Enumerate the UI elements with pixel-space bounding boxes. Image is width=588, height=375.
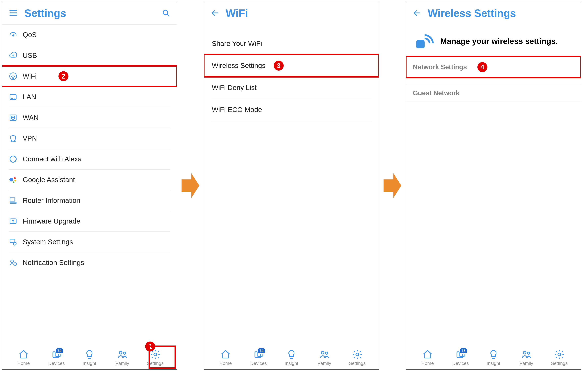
nav-label: Family — [116, 361, 129, 366]
svg-rect-47 — [416, 40, 425, 48]
callout-4: 4 — [477, 62, 487, 72]
row-wan[interactable]: WAN — [2, 107, 177, 128]
svg-point-37 — [154, 353, 157, 356]
nav-label: Settings — [147, 361, 164, 366]
nav-label: Devices — [452, 361, 469, 366]
back-arrow-icon[interactable] — [413, 9, 421, 18]
nav-devices[interactable]: 74 Devices — [44, 349, 69, 366]
wan-icon — [9, 113, 17, 122]
row-qos[interactable]: QoS — [2, 24, 177, 45]
svg-marker-38 — [181, 173, 199, 198]
nav-home[interactable]: Home — [415, 349, 440, 366]
section-guest-network[interactable]: Guest Network — [406, 84, 581, 102]
row-label: WiFi — [23, 72, 37, 80]
nav-insight[interactable]: Insight — [481, 349, 506, 366]
hero-text: Manage your wireless settings. — [440, 36, 558, 46]
row-label: WiFi Deny List — [212, 84, 257, 92]
svg-point-36 — [123, 352, 126, 354]
row-label: Router Information — [23, 196, 80, 204]
row-wifi-eco-mode[interactable]: WiFi ECO Mode — [204, 99, 379, 121]
wifi-screen: WiFi Share Your WiFi Wireless Settings 3… — [204, 2, 379, 370]
row-system-settings[interactable]: System Settings — [2, 232, 177, 252]
svg-point-43 — [326, 352, 327, 354]
nav-label: Home — [421, 361, 434, 366]
nav-settings[interactable]: Settings — [345, 349, 370, 366]
vpn-shield-icon — [9, 134, 17, 143]
back-arrow-icon[interactable] — [211, 9, 219, 18]
nav-label: Devices — [250, 361, 267, 366]
flow-arrow-1 — [180, 2, 200, 370]
row-vpn[interactable]: VPN — [2, 128, 177, 149]
row-wireless-settings[interactable]: Wireless Settings 3 — [204, 55, 379, 76]
row-label: VPN — [23, 134, 37, 142]
row-share-wifi[interactable]: Share Your WiFi — [204, 33, 379, 54]
nav-family[interactable]: Family — [312, 349, 337, 366]
nav-devices[interactable]: 74 Devices — [246, 349, 271, 366]
header: Wireless Settings — [406, 2, 581, 24]
system-settings-icon — [9, 238, 17, 246]
row-label: LAN — [23, 93, 36, 101]
flow-arrow-2 — [382, 2, 402, 370]
hamburger-icon[interactable] — [9, 9, 18, 18]
nav-label: Insight — [487, 361, 500, 366]
row-lan[interactable]: LAN — [2, 87, 177, 107]
alexa-icon — [9, 155, 17, 163]
router-info-icon — [9, 196, 17, 205]
row-label: Google Assistant — [23, 176, 75, 184]
wireless-settings-screen: Wireless Settings Manage your wireless s… — [406, 2, 581, 370]
section-label-text: Network Settings — [413, 63, 467, 71]
nav-home[interactable]: Home — [213, 349, 238, 366]
gauge-icon — [9, 31, 17, 39]
row-wifi-deny-list[interactable]: WiFi Deny List — [204, 77, 379, 99]
nav-family[interactable]: Family — [514, 349, 539, 366]
section-network-settings[interactable]: Network Settings 4 — [406, 58, 581, 76]
nav-home[interactable]: Home — [11, 349, 36, 366]
svg-rect-11 — [10, 95, 16, 99]
wifi-list: Share Your WiFi Wireless Settings 3 WiFi… — [204, 33, 379, 347]
nav-insight[interactable]: Insight — [279, 349, 304, 366]
nav-insight[interactable]: Insight — [77, 349, 102, 366]
nav-label: Insight — [83, 361, 96, 366]
svg-marker-45 — [384, 173, 401, 198]
row-alexa[interactable]: Connect with Alexa — [2, 149, 177, 169]
svg-line-4 — [167, 14, 169, 16]
svg-rect-27 — [10, 239, 15, 243]
row-label: WAN — [23, 114, 39, 122]
row-label: Wireless Settings — [212, 62, 265, 70]
row-router-info[interactable]: Router Information — [2, 190, 177, 211]
nav-label: Family — [318, 361, 331, 366]
svg-rect-22 — [10, 198, 15, 201]
row-label: USB — [23, 52, 37, 60]
svg-point-10 — [13, 78, 13, 79]
page-title: WiFi — [226, 7, 372, 19]
page-title: Wireless Settings — [428, 7, 574, 19]
svg-point-52 — [558, 353, 561, 356]
devices-badge: 74 — [55, 348, 63, 354]
svg-point-32 — [14, 263, 17, 266]
devices-badge: 74 — [257, 348, 266, 354]
row-usb[interactable]: USB — [2, 45, 177, 66]
devices-badge: 75 — [459, 348, 468, 354]
row-notification-settings[interactable]: Notification Settings — [2, 252, 177, 269]
wifi-signal-icon — [414, 31, 434, 52]
row-label: System Settings — [23, 238, 73, 246]
row-label: Connect with Alexa — [23, 155, 82, 163]
svg-point-44 — [356, 353, 359, 356]
nav-label: Devices — [48, 361, 65, 366]
svg-point-42 — [321, 351, 324, 354]
search-icon[interactable] — [162, 9, 170, 18]
row-label: Share Your WiFi — [212, 40, 262, 48]
nav-family[interactable]: Family — [110, 349, 135, 366]
row-label: QoS — [23, 31, 37, 39]
row-label: WiFi ECO Mode — [212, 106, 262, 114]
nav-devices[interactable]: 75 Devices — [448, 349, 473, 366]
nav-settings[interactable]: Settings — [143, 349, 168, 366]
row-firmware[interactable]: Firmware Upgrade — [2, 211, 177, 232]
nav-settings[interactable]: Settings — [547, 349, 572, 366]
section-label-text: Guest Network — [413, 89, 460, 96]
svg-point-51 — [527, 352, 530, 354]
row-wifi[interactable]: WiFi 2 — [2, 66, 177, 86]
header: WiFi — [204, 2, 379, 24]
svg-point-31 — [10, 260, 13, 263]
row-google-assistant[interactable]: Google Assistant — [2, 170, 177, 190]
